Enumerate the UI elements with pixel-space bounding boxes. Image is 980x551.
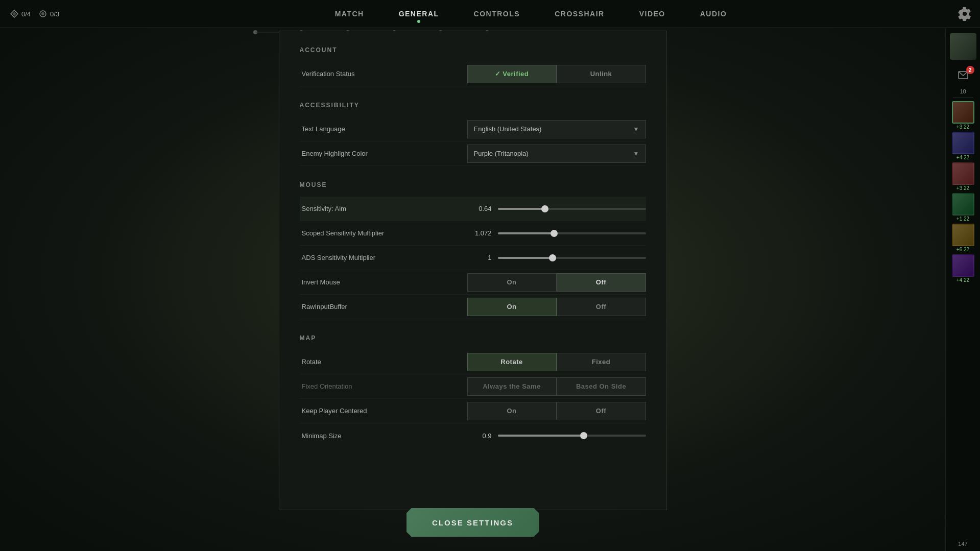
toggle-invert-mouse: On Off — [467, 273, 646, 292]
tab-audio[interactable]: AUDIO — [698, 6, 729, 22]
player-avatar-6 — [952, 254, 974, 277]
player-delta-1: +3 22 — [957, 124, 969, 130]
setting-row-enemy-highlight: Enemy Highlight Color Purple (Tritanopia… — [300, 141, 646, 166]
control-sensitivity-aim: 0.64 — [467, 205, 646, 212]
mail-button[interactable]: 2 — [950, 64, 976, 86]
slider-thumb-3[interactable] — [549, 254, 556, 261]
player-avatar-4 — [952, 193, 974, 215]
control-ads-sensitivity: 1 — [467, 254, 646, 261]
sidebar-player-1[interactable]: +3 22 — [950, 101, 976, 130]
label-minimap-size: Minimap Size — [300, 432, 467, 440]
label-sensitivity-aim: Sensitivity: Aim — [300, 205, 467, 212]
toggle-rotate: Rotate Fixed — [467, 353, 646, 371]
section-header-map: MAP — [300, 334, 646, 342]
toggle-unlink[interactable]: Unlink — [557, 65, 646, 83]
slider-scoped-track[interactable] — [498, 232, 646, 234]
toggle-verification: ✓ Verified Unlink — [467, 65, 646, 83]
toggle-raw-input-on[interactable]: On — [467, 298, 557, 316]
label-scoped-sensitivity: Scoped Sensitivity Multiplier — [300, 229, 467, 237]
player-avatar-5 — [952, 224, 974, 246]
svg-point-3 — [41, 12, 44, 15]
slider-fill-4 — [498, 435, 584, 437]
slider-fill-3 — [498, 257, 553, 259]
nav-stats: 0/4 0/3 — [0, 10, 112, 18]
avatar-image — [950, 33, 976, 60]
slider-scoped-sensitivity: 1.072 — [467, 229, 646, 237]
right-sidebar: 2 10 +3 22 +4 22 +3 22 +1 22 +6 22 +4 22… — [945, 28, 980, 551]
slider-ads-value: 1 — [467, 254, 492, 261]
toggle-keep-centered-off[interactable]: Off — [557, 402, 646, 420]
toggle-rotate-rotate[interactable]: Rotate — [467, 353, 557, 371]
main-player-avatar[interactable] — [950, 33, 976, 60]
section-header-account: ACCOUNT — [300, 46, 646, 54]
toggle-raw-input-off[interactable]: Off — [557, 298, 646, 316]
sidebar-player-3[interactable]: +3 22 — [950, 162, 976, 191]
setting-row-fixed-orientation: Fixed Orientation Always the Same Based … — [300, 374, 646, 399]
player-delta-2: +4 22 — [957, 155, 969, 160]
slider-ads-sensitivity: 1 — [467, 254, 646, 261]
control-fixed-orientation: Always the Same Based On Side — [467, 377, 646, 396]
sidebar-player-4[interactable]: +1 22 — [950, 193, 976, 222]
label-enemy-highlight-color: Enemy Highlight Color — [300, 150, 467, 157]
settings-panel: ACCOUNT Verification Status ✓ Verified U… — [279, 31, 667, 510]
circle-icon — [39, 10, 47, 18]
section-header-mouse: MOUSE — [300, 181, 646, 188]
toggle-fixed-orientation: Always the Same Based On Side — [467, 377, 646, 396]
close-settings-button[interactable]: CLOSE SETTINGS — [407, 508, 539, 537]
control-invert-mouse: On Off — [467, 273, 646, 292]
slider-ads-track[interactable] — [498, 257, 646, 259]
setting-row-invert-mouse: Invert Mouse On Off — [300, 270, 646, 295]
dropdown-text-language[interactable]: English (United States) ▼ — [467, 120, 646, 138]
sidebar-player-6[interactable]: +4 22 — [950, 254, 976, 283]
setting-row-rotate: Rotate Rotate Fixed — [300, 350, 646, 374]
dropdown-enemy-highlight[interactable]: Purple (Tritanopia) ▼ — [467, 145, 646, 163]
diamond-icon — [10, 10, 18, 18]
control-enemy-highlight-color: Purple (Tritanopia) ▼ — [467, 145, 646, 163]
tab-crosshair[interactable]: CROSSHAIR — [553, 6, 607, 22]
dropdown-text-language-value: English (United States) — [474, 125, 542, 133]
slider-thumb-4[interactable] — [580, 432, 587, 439]
toggle-keep-centered-on[interactable]: On — [467, 402, 557, 420]
settings-scroll-area[interactable]: ACCOUNT Verification Status ✓ Verified U… — [279, 31, 666, 510]
sidebar-number-1: 10 — [960, 88, 966, 94]
top-navigation: 0/4 0/3 MATCH GENERAL CONTROLS CROSSHAIR… — [0, 0, 980, 28]
setting-row-sensitivity-aim: Sensitivity: Aim 0.64 — [300, 197, 646, 221]
player-avatar-1 — [952, 101, 974, 124]
toggle-invert-mouse-on[interactable]: On — [467, 273, 557, 292]
slider-thumb-2[interactable] — [551, 230, 558, 237]
sidebar-player-2[interactable]: +4 22 — [950, 132, 976, 160]
label-text-language: Text Language — [300, 125, 467, 133]
sidebar-player-5[interactable]: +6 22 — [950, 224, 976, 252]
label-raw-input-buffer: RawInputBuffer — [300, 303, 467, 310]
label-ads-sensitivity: ADS Sensitivity Multiplier — [300, 254, 467, 261]
toggle-based-on-side[interactable]: Based On Side — [557, 377, 646, 396]
toggle-always-same[interactable]: Always the Same — [467, 377, 557, 396]
control-minimap-size: 0.9 — [467, 432, 646, 440]
stat-diamond-value: 0/4 — [21, 10, 31, 18]
label-rotate: Rotate — [300, 358, 467, 366]
tab-video[interactable]: VIDEO — [637, 6, 667, 22]
setting-row-text-language: Text Language English (United States) ▼ — [300, 117, 646, 141]
stat-circle-value: 0/3 — [50, 10, 59, 18]
label-verification-status: Verification Status — [300, 70, 467, 78]
dropdown-enemy-highlight-value: Purple (Tritanopia) — [474, 150, 529, 157]
tab-controls[interactable]: CONTROLS — [472, 6, 522, 22]
control-scoped-sensitivity: 1.072 — [467, 229, 646, 237]
tab-general[interactable]: GENERAL — [397, 6, 441, 22]
slider-minimap-track[interactable] — [498, 435, 646, 437]
settings-icon[interactable] — [958, 7, 972, 21]
main-navigation: MATCH GENERAL CONTROLS CROSSHAIR VIDEO A… — [112, 6, 949, 22]
setting-row-verification: Verification Status ✓ Verified Unlink — [300, 62, 646, 86]
section-header-accessibility: ACCESSIBILITY — [300, 102, 646, 109]
slider-thumb[interactable] — [541, 205, 548, 212]
toggle-rotate-fixed[interactable]: Fixed — [557, 353, 646, 371]
tab-match[interactable]: MATCH — [333, 6, 366, 22]
chevron-down-icon: ▼ — [633, 126, 639, 133]
slider-fill-2 — [498, 232, 554, 234]
slider-sensitivity-aim-value: 0.64 — [467, 205, 492, 212]
player-delta-3: +3 22 — [957, 185, 969, 191]
toggle-invert-mouse-off[interactable]: Off — [557, 273, 646, 292]
slider-sensitivity-aim-track[interactable] — [498, 208, 646, 210]
player-delta-5: +6 22 — [957, 247, 969, 252]
toggle-verified[interactable]: ✓ Verified — [467, 65, 557, 83]
